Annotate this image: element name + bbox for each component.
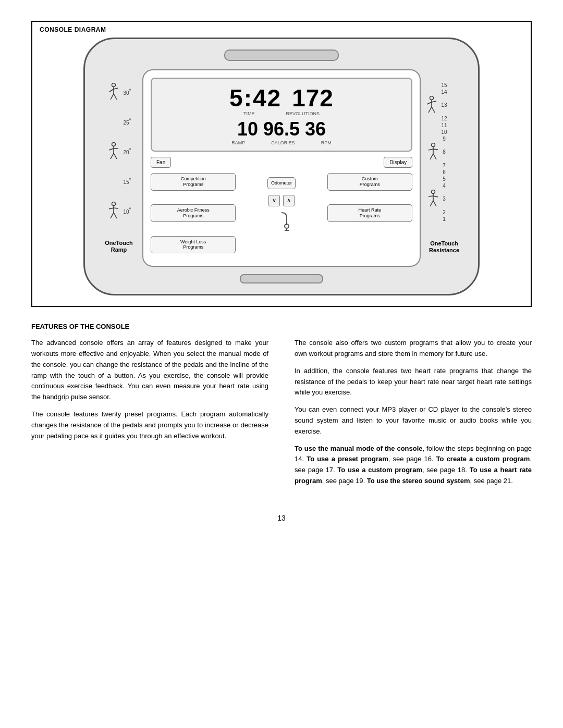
display-button[interactable]: Display xyxy=(384,157,412,168)
para4-bold3: To create a custom program xyxy=(436,455,530,463)
svg-line-16 xyxy=(111,213,114,218)
svg-line-8 xyxy=(109,149,114,150)
svg-line-31 xyxy=(430,154,433,159)
display-ramp: 10 xyxy=(237,118,258,140)
res-12: 12 xyxy=(441,116,447,121)
svg-line-36 xyxy=(433,196,438,197)
console-top-handle xyxy=(224,50,339,61)
page: CONSOLE DIAGRAM xyxy=(0,0,563,728)
para4-bold4: To use a custom program xyxy=(337,466,422,474)
competition-programs-button[interactable]: CompetitionPrograms xyxy=(151,173,236,191)
odometer-button[interactable]: Odometer xyxy=(267,177,296,189)
rpm-label-disp: RPM xyxy=(321,140,332,145)
ramp-label-disp: RAMP xyxy=(231,140,245,145)
stick-figure-10 xyxy=(106,202,121,220)
features-col1-para2: The console features twenty preset progr… xyxy=(31,409,268,441)
down-arrow-button[interactable]: ∨ xyxy=(268,195,280,206)
display-row1: 5:42 172 xyxy=(160,84,403,112)
svg-line-17 xyxy=(114,213,117,218)
svg-line-35 xyxy=(429,196,433,196)
res-11: 11 xyxy=(441,122,447,128)
para4-cont5: , see page 19. xyxy=(322,477,367,485)
para4-bold1: To use the manual mode of the console xyxy=(295,445,423,452)
svg-line-11 xyxy=(114,153,117,159)
res-10: 10 xyxy=(441,129,447,135)
svg-point-6 xyxy=(112,142,116,146)
features-col2-para4: To use the manual mode of the console, f… xyxy=(295,443,532,487)
res-13: 13 xyxy=(441,96,447,115)
time-label: TIME xyxy=(243,111,255,116)
svg-line-32 xyxy=(433,154,436,159)
odometer-area: Odometer xyxy=(239,175,324,189)
display-time: 5:42 xyxy=(229,84,282,112)
svg-line-2 xyxy=(109,89,114,92)
svg-line-4 xyxy=(111,94,114,100)
res-3: 3 xyxy=(443,190,446,208)
res-1: 1 xyxy=(443,216,446,222)
page-number: 13 xyxy=(31,514,532,522)
stick-figure-3 xyxy=(426,190,440,208)
res-15: 15 xyxy=(441,82,447,88)
ramp-label-15-left: 15° xyxy=(123,177,131,185)
display-calories: 96.5 xyxy=(263,118,300,140)
svg-line-38 xyxy=(433,201,436,206)
console-inner: 30° 25° xyxy=(95,69,468,267)
svg-line-26 xyxy=(432,107,435,113)
fan-display-row: Fan Display xyxy=(151,157,412,168)
features-col-left: The advanced console offers an array of … xyxy=(31,338,268,493)
console-diagram-label: CONSOLE DIAGRAM xyxy=(40,26,106,33)
center-controls: ∨ ∧ xyxy=(239,194,324,233)
features-col2-para2: In addition, the console features two he… xyxy=(295,366,532,398)
console-frame: 30° 25° xyxy=(83,38,480,295)
fan-button[interactable]: Fan xyxy=(151,157,171,168)
ramp-label-30: 30° xyxy=(123,88,131,96)
svg-point-21 xyxy=(430,96,434,100)
up-arrow-button[interactable]: ∧ xyxy=(283,195,295,206)
ramp-item-10: 10° xyxy=(106,202,131,220)
res-7: 7 xyxy=(443,163,446,168)
res-9: 9 xyxy=(443,136,446,142)
resistance-indicators: 15 14 xyxy=(421,69,468,267)
ramp-item-25: 25° xyxy=(106,118,131,126)
calories-label-disp: CALORIES xyxy=(271,140,295,145)
heart-rate-programs-button[interactable]: Heart RatePrograms xyxy=(327,204,412,222)
res-6: 6 xyxy=(443,169,446,175)
onetouch-resistance-label: OneTouchResistance xyxy=(429,240,459,254)
res-4: 4 xyxy=(443,183,446,189)
features-title: FEATURES OF THE CONSOLE xyxy=(31,323,532,330)
diagram-outer: 30° 25° xyxy=(32,22,531,306)
svg-line-10 xyxy=(111,153,114,159)
headphone-icon xyxy=(272,211,291,233)
aerobic-fitness-programs-button[interactable]: Aerobic FitnessPrograms xyxy=(151,204,236,222)
svg-point-33 xyxy=(432,190,435,193)
revolutions-label: REVOLUTIONS xyxy=(286,111,320,116)
ramp-label-10: 10° xyxy=(123,207,131,215)
svg-line-25 xyxy=(429,107,432,113)
stick-figure-20 xyxy=(106,142,121,161)
ramp-label-25: 25° xyxy=(123,118,131,126)
display-rpm: 36 xyxy=(305,118,326,140)
weight-loss-programs-button[interactable]: Weight LossPrograms xyxy=(151,236,236,254)
buttons-grid: CompetitionPrograms Odometer CustomProgr… xyxy=(151,173,412,253)
features-columns: The advanced console offers an array of … xyxy=(31,338,532,493)
svg-line-30 xyxy=(433,149,438,150)
console-center: 5:42 172 TIME REVOLUTIONS 10 96.5 36 xyxy=(142,69,421,267)
svg-line-24 xyxy=(432,101,436,102)
res-2: 2 xyxy=(443,209,446,215)
stick-figure-13 xyxy=(424,96,439,115)
stick-figure-30 xyxy=(106,83,121,102)
resistance-numbers: 15 14 xyxy=(441,82,447,222)
svg-line-29 xyxy=(429,149,433,150)
para4-cont4: , see page 18. xyxy=(422,466,470,474)
svg-line-5 xyxy=(114,94,117,100)
display-labels-row2: RAMP CALORIES RPM xyxy=(160,140,403,145)
res-5: 5 xyxy=(443,176,446,182)
svg-line-14 xyxy=(109,208,114,209)
features-col2-para3: You can even connect your MP3 player or … xyxy=(295,404,532,437)
ramp-item-15-left: 15° xyxy=(106,177,131,185)
svg-line-23 xyxy=(427,102,432,104)
custom-programs-button[interactable]: CustomPrograms xyxy=(327,173,412,191)
svg-point-12 xyxy=(112,202,116,205)
res-14: 14 xyxy=(441,89,447,95)
ramp-label-20: 20° xyxy=(123,147,131,155)
